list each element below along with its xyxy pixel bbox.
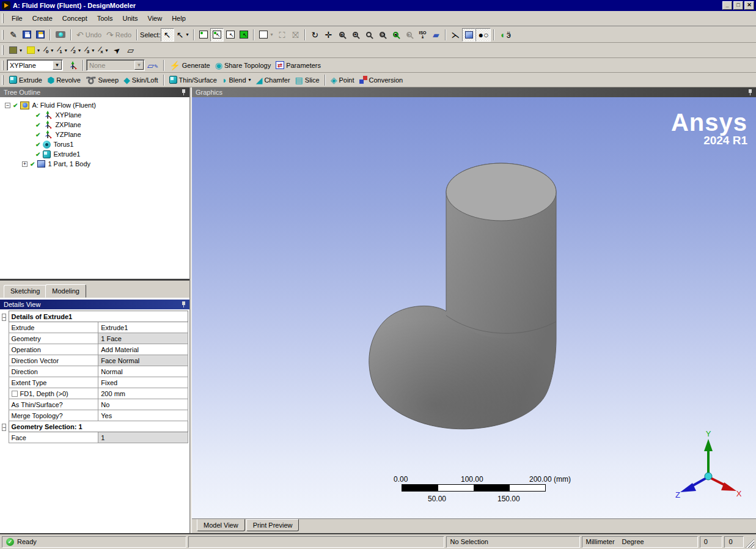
tab-print-preview[interactable]: Print Preview	[246, 519, 299, 531]
table-row[interactable]: Extent TypeFixed	[0, 377, 188, 388]
blend-button[interactable]: ◗Blend▾	[219, 73, 254, 87]
table-row[interactable]: OperationAdd Material	[0, 344, 188, 355]
graphics-viewport[interactable]: Ansys 2024 R1	[192, 97, 756, 518]
split-edges-button[interactable]: ⋋	[449, 28, 462, 42]
edge-type-2-button[interactable]: ∕2▾	[70, 43, 83, 57]
vertices-display-button[interactable]: ●○	[475, 28, 491, 42]
table-row[interactable]: Direction VectorFace Normal	[0, 355, 188, 366]
conversion-button[interactable]: Conversion	[357, 73, 406, 87]
tree-item-torus1[interactable]: ✔ Torus1	[0, 139, 189, 149]
slice-button[interactable]: ▤Slice	[293, 73, 322, 87]
undo-button[interactable]: ↶Undo	[74, 28, 104, 42]
plane-combobox[interactable]: XYPlane▼	[7, 59, 63, 71]
body-filter-button[interactable]: ↖	[237, 28, 251, 42]
tab-modeling[interactable]: Modeling	[45, 284, 86, 298]
share-topology-button[interactable]: ◉Share Topology	[213, 59, 273, 72]
parameter-checkbox[interactable]	[12, 391, 18, 397]
table-row[interactable]: DirectionNormal	[0, 366, 188, 377]
table-row[interactable]: Geometry1 Face	[0, 333, 188, 344]
tab-sketching[interactable]: Sketching	[4, 285, 46, 298]
orientation-triad[interactable]: Y Z X	[674, 429, 743, 501]
rotate-button[interactable]: ↻	[308, 28, 321, 42]
select-mode-button[interactable]: ↖	[161, 28, 174, 42]
tree-item-project[interactable]: − ✔ A: Fluid Flow (Fluent)	[0, 100, 189, 110]
new-plane-button[interactable]	[65, 59, 80, 72]
pin-icon[interactable]	[181, 301, 186, 308]
pan-button[interactable]: ✛	[321, 28, 335, 42]
image-capture-button[interactable]	[53, 28, 68, 42]
point-button[interactable]: ◈Point	[328, 73, 357, 87]
minimize-button[interactable]: _	[722, 1, 732, 10]
collapse-icon[interactable]: −	[2, 314, 6, 321]
zoom-to-fit-button[interactable]: ▭	[375, 28, 389, 42]
zoom-button[interactable]: ±	[335, 28, 348, 42]
resize-grip[interactable]	[746, 536, 754, 548]
tree-item-extrude1[interactable]: ✔ Extrude1	[0, 149, 189, 159]
menu-concept[interactable]: Concept	[57, 13, 92, 24]
tab-model-view[interactable]: Model View	[197, 519, 245, 531]
tree-item-yzplane[interactable]: ✔ YZPlane	[0, 130, 189, 139]
extrude-button[interactable]: Extrude	[7, 73, 45, 87]
face-color-dropdown[interactable]: ▾	[7, 43, 24, 57]
box-zoom-button[interactable]	[362, 28, 375, 42]
menu-help[interactable]: Help	[167, 13, 191, 24]
tree-item-zxplane[interactable]: ✔ ZXPlane	[0, 120, 189, 130]
edge-type-3-button[interactable]: ∕3▾	[83, 43, 97, 57]
menu-file[interactable]: File	[7, 13, 28, 24]
toolbar2-grip[interactable]	[2, 45, 4, 55]
new-sketch-button[interactable]: ✎	[7, 28, 20, 42]
menubar-grip[interactable]	[2, 13, 4, 23]
edge-color-dropdown[interactable]: ▾	[24, 43, 42, 57]
look-at-face-button[interactable]: ◖ӭ	[497, 28, 513, 42]
table-row[interactable]: Merge Topology?Yes	[0, 410, 188, 421]
face-filter-button[interactable]: ↖	[224, 28, 237, 42]
parameters-button[interactable]: ⇄Parameters	[273, 59, 323, 72]
previous-view-button[interactable]: ◂	[389, 28, 402, 42]
thin-surface-button[interactable]: Thin/Surface	[167, 73, 219, 87]
chamfer-button[interactable]: ◢Chamfer	[254, 73, 293, 87]
pin-icon[interactable]	[181, 89, 186, 96]
save-button[interactable]	[20, 28, 34, 42]
toolbar4-grip[interactable]	[2, 75, 4, 85]
close-vertices-button[interactable]: ▱	[124, 43, 138, 57]
sketch-combobox[interactable]: None▼	[86, 59, 145, 71]
revolve-button[interactable]: ⬢Revolve	[45, 73, 83, 87]
shaded-exterior-button[interactable]	[462, 28, 475, 42]
expand-icon[interactable]: +	[22, 161, 28, 167]
table-row[interactable]: As Thin/Surface?No	[0, 399, 188, 410]
details-section-header[interactable]: − Details of Extrude1	[0, 311, 188, 322]
save-all-button[interactable]	[34, 28, 47, 42]
table-row[interactable]: FD1, Depth (>0) 200 mm	[0, 388, 188, 399]
tree-item-part-body[interactable]: + ✔ 1 Part, 1 Body	[0, 159, 189, 169]
edge-type-1-button[interactable]: ∕1▾	[56, 43, 69, 57]
edge-direction-button[interactable]: ➤	[111, 43, 124, 57]
triad-origin[interactable]	[705, 473, 712, 480]
zoom-in-button[interactable]: +	[348, 28, 362, 42]
menu-tools[interactable]: Tools	[92, 13, 118, 24]
sweep-button[interactable]: ➰Sweep	[83, 73, 121, 87]
y-axis-arrow[interactable]	[704, 439, 713, 451]
toolbar3-grip[interactable]	[2, 61, 4, 70]
menu-units[interactable]: Units	[117, 13, 142, 24]
menu-create[interactable]: Create	[28, 13, 57, 24]
elbow-pipe-model[interactable]	[364, 155, 566, 443]
select-mode-dropdown[interactable]: ↖▾	[174, 28, 191, 42]
extend-selection-button[interactable]: ⛶	[275, 28, 288, 42]
collapse-icon[interactable]: −	[2, 424, 6, 431]
vertex-filter-button[interactable]	[197, 28, 210, 42]
generate-button[interactable]: ⚡Generate	[167, 59, 212, 72]
adjacency-dropdown-button[interactable]: ▾	[257, 28, 275, 42]
sketch-combo-arrow[interactable]: ▼	[134, 61, 144, 70]
close-button[interactable]: ✕	[744, 1, 754, 10]
menu-view[interactable]: View	[143, 13, 167, 24]
collapse-icon[interactable]: −	[5, 103, 10, 108]
edge-type-0-button[interactable]: ∕0▾	[42, 43, 56, 57]
table-row[interactable]: ExtrudeExtrude1	[0, 322, 188, 333]
isometric-view-button[interactable]: ISO⤓	[416, 28, 429, 42]
details-section-header[interactable]: − Geometry Selection: 1	[0, 421, 188, 432]
extend-limits-button[interactable]: ⛝	[288, 28, 302, 42]
edge-filter-button[interactable]: ↖	[210, 28, 224, 42]
new-sketch-button2[interactable]: ▱✎	[145, 59, 161, 72]
tree-item-xyplane[interactable]: ✔ XYPlane	[0, 110, 189, 120]
plane-combo-arrow[interactable]: ▼	[53, 61, 62, 70]
